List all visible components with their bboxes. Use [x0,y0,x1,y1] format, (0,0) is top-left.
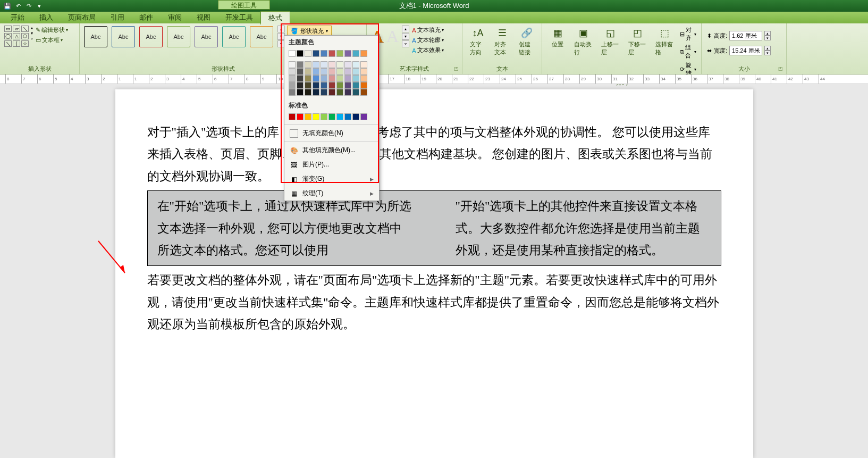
color-swatch[interactable] [289,113,296,120]
color-swatch[interactable] [336,61,343,68]
color-swatch[interactable] [297,50,304,57]
color-swatch[interactable] [360,82,367,89]
textbox-button[interactable]: ▭文本框▾ [35,36,69,45]
style-preset[interactable]: Abc [222,26,246,47]
color-swatch[interactable] [360,89,367,96]
color-swatch[interactable] [328,82,335,89]
tab-mailings[interactable]: 邮件 [132,11,161,24]
color-swatch[interactable] [289,68,296,75]
gallery-down-icon[interactable]: ▾ [402,33,409,40]
color-swatch[interactable] [328,68,335,75]
color-swatch[interactable] [297,75,304,82]
group-button[interactable]: ⧉组合▾ [679,43,697,60]
color-swatch[interactable] [289,61,296,68]
selection-pane-button[interactable]: ⬚选择窗格 [652,26,677,57]
color-swatch[interactable] [344,50,351,57]
color-swatch[interactable] [305,89,311,96]
color-swatch[interactable] [321,82,327,89]
redo-icon[interactable]: ↷ [24,2,33,10]
color-swatch[interactable] [321,68,327,75]
color-swatch[interactable] [289,82,296,89]
color-swatch[interactable] [289,50,296,57]
shape-column-right[interactable]: "开始"选项卡上的其他控件来直接设置文本格式。大多数控件都允许您选择是使用当前主… [456,195,711,261]
position-button[interactable]: ▦位置 [546,26,569,49]
style-preset[interactable]: Abc [84,26,107,47]
style-preset[interactable]: Abc [195,26,218,47]
spin-up-icon[interactable]: ▴ [764,31,771,36]
color-swatch[interactable] [313,61,319,68]
color-swatch[interactable] [328,75,335,82]
selected-text-shape[interactable]: 在"开始"选项卡上，通过从快速样式库中为所选文本选择一种外观，您可以方便地更改文… [147,190,721,266]
tab-home[interactable]: 开始 [3,11,32,24]
more-colors-item[interactable]: 🎨其他填充颜色(M)... [284,143,379,157]
style-preset[interactable]: Abc [250,26,273,47]
dialog-launcher-icon[interactable]: ◰ [778,66,785,72]
paragraph[interactable]: 若要更改文档的整体外观，请在"页面布局"选项卡上选择新的"主题"元素。若要更改快… [147,269,721,335]
width-input[interactable] [729,46,762,55]
color-swatch[interactable] [336,68,343,75]
page[interactable]: 对于"插入"选项卡上的库，在设计时都充分考虑了其中的项与文档整体外观的协调性。 … [115,89,753,458]
paragraph[interactable]: 对于"插入"选项卡上的库，在设计时都充分考虑了其中的项与文档整体外观的协调性。 … [147,121,721,187]
color-swatch[interactable] [297,89,304,96]
color-swatch[interactable] [328,113,335,120]
color-swatch[interactable] [297,68,304,75]
shape-column-left[interactable]: 在"开始"选项卡上，通过从快速样式库中为所选文本选择一种外观，您可以方便地更改文… [157,195,413,261]
color-swatch[interactable] [313,68,319,75]
text-outline-button[interactable]: A文本轮廓▾ [411,36,444,45]
tab-insert[interactable]: 插入 [32,11,61,24]
color-swatch[interactable] [321,61,327,68]
color-swatch[interactable] [313,113,319,120]
color-swatch[interactable] [344,89,351,96]
style-preset[interactable]: Abc [139,26,163,47]
color-swatch[interactable] [344,82,351,89]
tab-developer[interactable]: 开发工具 [218,11,260,24]
color-swatch[interactable] [313,82,319,89]
dialog-launcher-icon[interactable]: ◰ [454,66,460,72]
color-swatch[interactable] [344,68,351,75]
color-swatch[interactable] [360,75,367,82]
color-swatch[interactable] [297,113,304,120]
color-swatch[interactable] [305,82,311,89]
color-swatch[interactable] [305,50,311,57]
color-swatch[interactable] [360,68,367,75]
tab-view[interactable]: 视图 [189,11,218,24]
color-swatch[interactable] [360,50,367,57]
horizontal-ruler[interactable]: 8765432112345678910111213141516171819202… [0,74,868,84]
color-swatch[interactable] [352,50,359,57]
spin-down-icon[interactable]: ▾ [764,36,771,40]
color-swatch[interactable] [321,75,327,82]
tab-review[interactable]: 审阅 [161,11,189,24]
text-fill-button[interactable]: A文本填充▾ [411,26,444,35]
color-swatch[interactable] [321,113,327,120]
align-button[interactable]: ⊟对齐▾ [679,26,697,43]
color-swatch[interactable] [289,89,296,96]
gallery-more-icon[interactable]: ▿ [402,40,409,47]
spin-up-icon[interactable]: ▴ [764,46,771,51]
color-swatch[interactable] [336,82,343,89]
color-swatch[interactable] [305,61,311,68]
color-swatch[interactable] [336,75,343,82]
color-swatch[interactable] [305,68,311,75]
tab-format[interactable]: 格式 [260,11,290,24]
texture-fill-item[interactable]: ▦纹理(T)▶ [284,186,379,201]
color-swatch[interactable] [313,50,319,57]
edit-shape-button[interactable]: ✎编辑形状▾ [35,26,69,35]
gallery-up-icon[interactable]: ▴ [277,26,285,32]
gradient-fill-item[interactable]: ◧渐变(G)▶ [284,172,379,186]
color-swatch[interactable] [336,113,343,120]
color-swatch[interactable] [352,82,359,89]
color-swatch[interactable] [352,75,359,82]
color-swatch[interactable] [321,50,327,57]
tab-references[interactable]: 引用 [103,11,132,24]
tab-page-layout[interactable]: 页面布局 [61,11,103,24]
shapes-gallery-mini[interactable]: ▭▱＼ ◯△⬡ ＼{☆ [4,26,29,47]
color-swatch[interactable] [305,75,311,82]
color-swatch[interactable] [313,89,319,96]
color-swatch[interactable] [305,113,311,120]
qat-more-icon[interactable]: ▾ [35,2,44,10]
color-swatch[interactable] [336,89,343,96]
color-swatch[interactable] [344,75,351,82]
color-swatch[interactable] [344,113,351,120]
color-swatch[interactable] [360,113,367,120]
color-swatch[interactable] [313,75,319,82]
